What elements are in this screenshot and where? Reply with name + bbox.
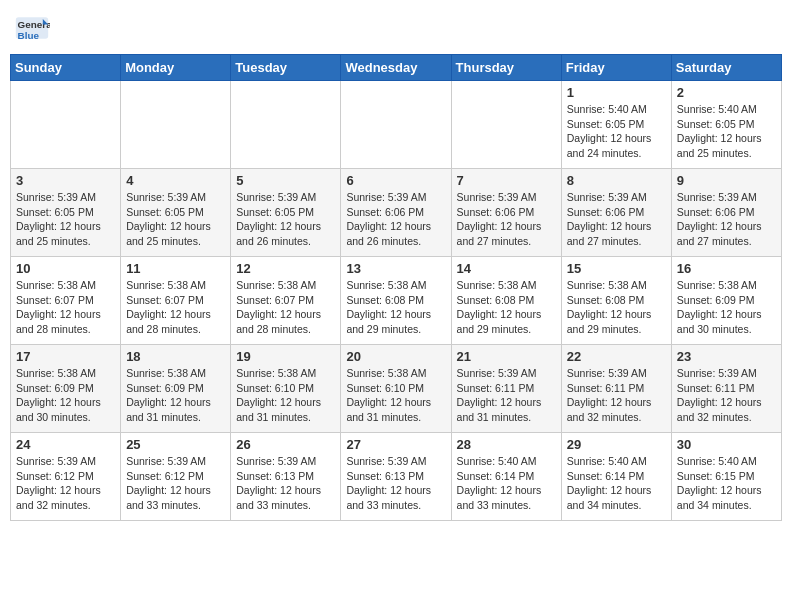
day-number: 30 bbox=[677, 437, 776, 452]
day-info: Sunrise: 5:39 AM Sunset: 6:06 PM Dayligh… bbox=[677, 190, 776, 249]
column-header-sunday: Sunday bbox=[11, 55, 121, 81]
day-number: 6 bbox=[346, 173, 445, 188]
day-number: 28 bbox=[457, 437, 556, 452]
day-number: 12 bbox=[236, 261, 335, 276]
calendar-cell: 26Sunrise: 5:39 AM Sunset: 6:13 PM Dayli… bbox=[231, 433, 341, 521]
calendar-cell bbox=[341, 81, 451, 169]
day-info: Sunrise: 5:39 AM Sunset: 6:11 PM Dayligh… bbox=[567, 366, 666, 425]
calendar-cell bbox=[451, 81, 561, 169]
day-info: Sunrise: 5:40 AM Sunset: 6:05 PM Dayligh… bbox=[567, 102, 666, 161]
calendar-cell: 14Sunrise: 5:38 AM Sunset: 6:08 PM Dayli… bbox=[451, 257, 561, 345]
day-info: Sunrise: 5:40 AM Sunset: 6:15 PM Dayligh… bbox=[677, 454, 776, 513]
day-info: Sunrise: 5:39 AM Sunset: 6:05 PM Dayligh… bbox=[16, 190, 115, 249]
day-number: 25 bbox=[126, 437, 225, 452]
day-info: Sunrise: 5:39 AM Sunset: 6:05 PM Dayligh… bbox=[126, 190, 225, 249]
calendar-header-row: SundayMondayTuesdayWednesdayThursdayFrid… bbox=[11, 55, 782, 81]
calendar-cell: 19Sunrise: 5:38 AM Sunset: 6:10 PM Dayli… bbox=[231, 345, 341, 433]
day-number: 29 bbox=[567, 437, 666, 452]
day-number: 17 bbox=[16, 349, 115, 364]
day-number: 16 bbox=[677, 261, 776, 276]
calendar-cell bbox=[231, 81, 341, 169]
svg-text:Blue: Blue bbox=[18, 30, 40, 41]
svg-text:General: General bbox=[18, 19, 50, 30]
day-info: Sunrise: 5:39 AM Sunset: 6:11 PM Dayligh… bbox=[457, 366, 556, 425]
day-number: 4 bbox=[126, 173, 225, 188]
calendar-table: SundayMondayTuesdayWednesdayThursdayFrid… bbox=[10, 54, 782, 521]
day-number: 24 bbox=[16, 437, 115, 452]
calendar-cell: 1Sunrise: 5:40 AM Sunset: 6:05 PM Daylig… bbox=[561, 81, 671, 169]
column-header-tuesday: Tuesday bbox=[231, 55, 341, 81]
calendar-cell: 28Sunrise: 5:40 AM Sunset: 6:14 PM Dayli… bbox=[451, 433, 561, 521]
calendar-cell: 11Sunrise: 5:38 AM Sunset: 6:07 PM Dayli… bbox=[121, 257, 231, 345]
day-number: 20 bbox=[346, 349, 445, 364]
day-info: Sunrise: 5:39 AM Sunset: 6:05 PM Dayligh… bbox=[236, 190, 335, 249]
day-info: Sunrise: 5:40 AM Sunset: 6:14 PM Dayligh… bbox=[567, 454, 666, 513]
calendar-cell: 15Sunrise: 5:38 AM Sunset: 6:08 PM Dayli… bbox=[561, 257, 671, 345]
day-number: 19 bbox=[236, 349, 335, 364]
calendar-cell: 18Sunrise: 5:38 AM Sunset: 6:09 PM Dayli… bbox=[121, 345, 231, 433]
day-info: Sunrise: 5:39 AM Sunset: 6:12 PM Dayligh… bbox=[126, 454, 225, 513]
day-info: Sunrise: 5:39 AM Sunset: 6:13 PM Dayligh… bbox=[236, 454, 335, 513]
calendar-cell: 24Sunrise: 5:39 AM Sunset: 6:12 PM Dayli… bbox=[11, 433, 121, 521]
day-number: 21 bbox=[457, 349, 556, 364]
day-number: 27 bbox=[346, 437, 445, 452]
calendar-cell: 5Sunrise: 5:39 AM Sunset: 6:05 PM Daylig… bbox=[231, 169, 341, 257]
day-number: 15 bbox=[567, 261, 666, 276]
calendar-week-row: 1Sunrise: 5:40 AM Sunset: 6:05 PM Daylig… bbox=[11, 81, 782, 169]
day-number: 7 bbox=[457, 173, 556, 188]
day-number: 11 bbox=[126, 261, 225, 276]
day-number: 10 bbox=[16, 261, 115, 276]
day-number: 8 bbox=[567, 173, 666, 188]
day-number: 3 bbox=[16, 173, 115, 188]
day-number: 9 bbox=[677, 173, 776, 188]
day-info: Sunrise: 5:38 AM Sunset: 6:08 PM Dayligh… bbox=[457, 278, 556, 337]
calendar-cell: 2Sunrise: 5:40 AM Sunset: 6:05 PM Daylig… bbox=[671, 81, 781, 169]
calendar-cell: 25Sunrise: 5:39 AM Sunset: 6:12 PM Dayli… bbox=[121, 433, 231, 521]
calendar-week-row: 10Sunrise: 5:38 AM Sunset: 6:07 PM Dayli… bbox=[11, 257, 782, 345]
column-header-monday: Monday bbox=[121, 55, 231, 81]
day-info: Sunrise: 5:38 AM Sunset: 6:08 PM Dayligh… bbox=[567, 278, 666, 337]
column-header-friday: Friday bbox=[561, 55, 671, 81]
day-info: Sunrise: 5:38 AM Sunset: 6:09 PM Dayligh… bbox=[677, 278, 776, 337]
day-info: Sunrise: 5:38 AM Sunset: 6:09 PM Dayligh… bbox=[126, 366, 225, 425]
calendar-cell: 7Sunrise: 5:39 AM Sunset: 6:06 PM Daylig… bbox=[451, 169, 561, 257]
day-number: 23 bbox=[677, 349, 776, 364]
calendar-cell: 17Sunrise: 5:38 AM Sunset: 6:09 PM Dayli… bbox=[11, 345, 121, 433]
day-info: Sunrise: 5:39 AM Sunset: 6:11 PM Dayligh… bbox=[677, 366, 776, 425]
calendar-cell: 4Sunrise: 5:39 AM Sunset: 6:05 PM Daylig… bbox=[121, 169, 231, 257]
day-info: Sunrise: 5:39 AM Sunset: 6:13 PM Dayligh… bbox=[346, 454, 445, 513]
calendar-cell: 3Sunrise: 5:39 AM Sunset: 6:05 PM Daylig… bbox=[11, 169, 121, 257]
calendar-week-row: 3Sunrise: 5:39 AM Sunset: 6:05 PM Daylig… bbox=[11, 169, 782, 257]
day-number: 13 bbox=[346, 261, 445, 276]
page-header: General Blue bbox=[10, 10, 782, 46]
calendar-cell: 13Sunrise: 5:38 AM Sunset: 6:08 PM Dayli… bbox=[341, 257, 451, 345]
day-info: Sunrise: 5:40 AM Sunset: 6:05 PM Dayligh… bbox=[677, 102, 776, 161]
day-number: 5 bbox=[236, 173, 335, 188]
calendar-cell: 9Sunrise: 5:39 AM Sunset: 6:06 PM Daylig… bbox=[671, 169, 781, 257]
day-info: Sunrise: 5:38 AM Sunset: 6:10 PM Dayligh… bbox=[346, 366, 445, 425]
logo-icon: General Blue bbox=[14, 10, 50, 46]
calendar-week-row: 17Sunrise: 5:38 AM Sunset: 6:09 PM Dayli… bbox=[11, 345, 782, 433]
calendar-cell: 20Sunrise: 5:38 AM Sunset: 6:10 PM Dayli… bbox=[341, 345, 451, 433]
day-info: Sunrise: 5:40 AM Sunset: 6:14 PM Dayligh… bbox=[457, 454, 556, 513]
calendar-cell: 27Sunrise: 5:39 AM Sunset: 6:13 PM Dayli… bbox=[341, 433, 451, 521]
day-info: Sunrise: 5:38 AM Sunset: 6:07 PM Dayligh… bbox=[126, 278, 225, 337]
calendar-cell: 10Sunrise: 5:38 AM Sunset: 6:07 PM Dayli… bbox=[11, 257, 121, 345]
calendar-cell: 21Sunrise: 5:39 AM Sunset: 6:11 PM Dayli… bbox=[451, 345, 561, 433]
calendar-cell: 12Sunrise: 5:38 AM Sunset: 6:07 PM Dayli… bbox=[231, 257, 341, 345]
day-number: 1 bbox=[567, 85, 666, 100]
day-number: 14 bbox=[457, 261, 556, 276]
calendar-cell: 16Sunrise: 5:38 AM Sunset: 6:09 PM Dayli… bbox=[671, 257, 781, 345]
day-info: Sunrise: 5:38 AM Sunset: 6:07 PM Dayligh… bbox=[16, 278, 115, 337]
column-header-wednesday: Wednesday bbox=[341, 55, 451, 81]
day-info: Sunrise: 5:39 AM Sunset: 6:06 PM Dayligh… bbox=[567, 190, 666, 249]
calendar-cell bbox=[11, 81, 121, 169]
logo: General Blue bbox=[14, 10, 50, 46]
column-header-thursday: Thursday bbox=[451, 55, 561, 81]
day-info: Sunrise: 5:38 AM Sunset: 6:09 PM Dayligh… bbox=[16, 366, 115, 425]
calendar-cell: 30Sunrise: 5:40 AM Sunset: 6:15 PM Dayli… bbox=[671, 433, 781, 521]
day-number: 26 bbox=[236, 437, 335, 452]
calendar-week-row: 24Sunrise: 5:39 AM Sunset: 6:12 PM Dayli… bbox=[11, 433, 782, 521]
day-info: Sunrise: 5:39 AM Sunset: 6:12 PM Dayligh… bbox=[16, 454, 115, 513]
day-info: Sunrise: 5:38 AM Sunset: 6:07 PM Dayligh… bbox=[236, 278, 335, 337]
